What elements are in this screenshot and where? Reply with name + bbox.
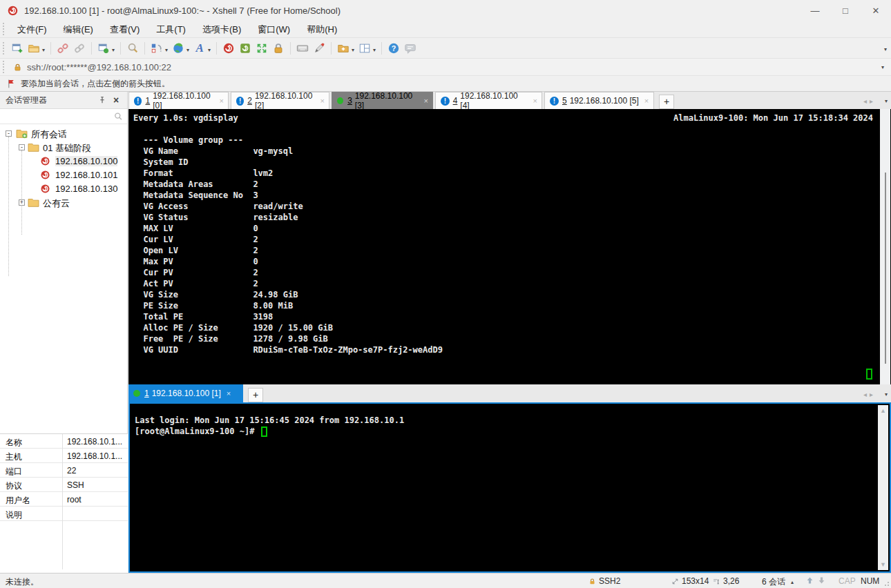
new-transfer-icon[interactable] — [335, 40, 352, 57]
menu-window[interactable]: 窗口(W) — [249, 21, 298, 38]
menu-help[interactable]: 帮助(H) — [298, 21, 345, 38]
tab-close-icon[interactable]: × — [227, 389, 231, 398]
tree-item-label[interactable]: 192.168.10.101 — [55, 170, 117, 180]
session-properties-table: 名称192.168.10.1... 主机192.168.10.1... 端口22… — [0, 433, 128, 573]
tree-item-session-101[interactable]: 192.168.10.101 — [0, 168, 127, 182]
toolbar-grip[interactable] — [3, 23, 6, 35]
terminal-top-pane[interactable]: Every 1.0s: vgdisplay AlmaLinux9-100: Mo… — [128, 109, 891, 384]
lock-screen-icon[interactable] — [270, 40, 287, 57]
menu-file[interactable]: 文件(F) — [9, 21, 55, 38]
close-button[interactable]: ✕ — [861, 0, 891, 21]
compose-pane-caret[interactable]: ▾ — [165, 47, 168, 53]
tab-session-2[interactable]: ! 2 192.168.10.100 [2] × — [231, 92, 329, 109]
table-row: 主机192.168.10.1... — [0, 449, 128, 463]
tree-item-label[interactable]: 192.168.10.100 — [55, 156, 117, 166]
menu-edit[interactable]: 编辑(E) — [55, 21, 102, 38]
tree-item-all-sessions[interactable]: - 所有会话 — [0, 127, 127, 141]
tree-item-session-100[interactable]: 192.168.10.100 — [0, 155, 127, 168]
session-properties-icon[interactable] — [95, 40, 112, 57]
bottom-terminal-scrollbar[interactable]: ▲ ▼ — [878, 405, 888, 570]
tree-item-folder-cloud[interactable]: + 公有云 — [0, 196, 127, 210]
find-icon[interactable] — [124, 40, 141, 57]
tab-session-5[interactable]: ! 5 192.168.10.100 [5] × — [544, 92, 654, 109]
tree-item-label[interactable]: 所有会话 — [31, 128, 67, 141]
alert-status-icon: ! — [134, 97, 142, 106]
tab-scroll-arrows[interactable]: ◂▸ — [863, 391, 876, 398]
window-resize-grip[interactable] — [888, 585, 889, 586]
tab-list-caret[interactable]: ▾ — [885, 391, 888, 398]
toolbar-grip[interactable] — [3, 61, 6, 73]
scroll-down-icon[interactable]: ▼ — [879, 561, 887, 568]
toolbar-separator — [50, 42, 51, 55]
protocol-indicator: SSH2 — [588, 576, 620, 586]
pin-icon[interactable] — [97, 95, 108, 106]
tab-close-icon[interactable]: × — [424, 97, 428, 105]
tree-item-folder-01[interactable]: - 01 基础阶段 — [0, 141, 127, 155]
arrow-up-icon[interactable] — [805, 576, 814, 585]
arrow-down-icon[interactable] — [817, 576, 826, 585]
menu-view[interactable]: 查看(V) — [102, 21, 148, 38]
web-browser-caret[interactable]: ▾ — [186, 47, 189, 53]
open-session-caret[interactable]: ▾ — [42, 47, 45, 53]
xftp-logo-icon[interactable] — [237, 40, 253, 57]
web-browser-icon[interactable] — [170, 40, 186, 57]
session-search-input[interactable] — [0, 109, 127, 124]
address-bar[interactable]: ssh://root:******@192.168.10.100:22 ▾ — [0, 59, 891, 76]
font-icon[interactable]: A — [191, 40, 208, 57]
compose-pane-icon[interactable] — [148, 40, 165, 57]
collapse-icon[interactable]: - — [6, 130, 12, 137]
new-transfer-caret[interactable]: ▾ — [352, 47, 354, 53]
tile-layout-icon[interactable] — [356, 40, 373, 57]
tree-item-label[interactable]: 01 基础阶段 — [43, 142, 91, 155]
menu-tools[interactable]: 工具(T) — [148, 21, 194, 38]
menu-tabs[interactable]: 选项卡(B) — [194, 21, 249, 38]
xshell-logo-icon[interactable] — [220, 40, 237, 57]
tab-session-0[interactable]: ! 1 192.168.10.100 [0] × — [128, 92, 229, 109]
tab-session-1-active[interactable]: 1 192.168.10.100 [1] × — [128, 384, 243, 402]
folder-icon — [28, 197, 39, 210]
terminal-bottom-pane[interactable]: Last login: Mon Jun 17 15:16:45 2024 fro… — [128, 402, 891, 573]
help-icon[interactable]: ? — [385, 40, 402, 57]
tree-item-session-130[interactable]: 192.168.10.130 — [0, 182, 127, 196]
new-tab-button[interactable]: + — [659, 95, 674, 109]
tab-session-3-active[interactable]: 3 192.168.10.100 [3] × — [332, 92, 433, 109]
toolbar-separator — [216, 42, 217, 55]
toolbar-grip[interactable] — [3, 42, 6, 55]
tab-close-icon[interactable]: × — [220, 97, 224, 105]
address-history-caret[interactable]: ▾ — [881, 64, 884, 70]
tab-label: 192.168.10.100 [5] — [570, 96, 639, 106]
tree-item-label[interactable]: 192.168.10.130 — [55, 184, 117, 194]
virtual-keyboard-icon[interactable] — [294, 40, 311, 57]
tile-layout-caret[interactable]: ▾ — [373, 47, 376, 53]
collapse-icon[interactable]: - — [19, 144, 25, 150]
scrollbar-thumb[interactable] — [885, 173, 886, 364]
open-session-icon[interactable] — [26, 40, 42, 57]
font-caret[interactable]: ▾ — [208, 47, 211, 53]
address-url[interactable]: ssh://root:******@192.168.10.100:22 — [27, 62, 171, 72]
session-count[interactable]: 6 会话▴ — [762, 576, 794, 588]
minimize-button[interactable]: — — [800, 0, 830, 21]
new-tab-button[interactable]: + — [248, 388, 263, 402]
expand-icon[interactable]: + — [19, 199, 25, 206]
session-tree: - 所有会话 - 01 基础阶段 192.168.10.100 — [0, 124, 127, 433]
pane-nav-arrows[interactable] — [805, 576, 826, 585]
toolbar-overflow-caret[interactable]: ▾ — [884, 46, 887, 52]
top-terminal-scrollbar[interactable] — [880, 109, 890, 384]
panel-close-icon[interactable]: × — [111, 95, 122, 106]
session-properties-caret[interactable]: ▾ — [112, 47, 115, 53]
tab-close-icon[interactable]: × — [533, 97, 537, 105]
highlight-pen-icon[interactable] — [311, 40, 327, 57]
xshell-window: 192.168.10.100 [1] - root@AlmaLinux9-100… — [0, 0, 891, 588]
tab-close-icon[interactable]: × — [644, 97, 649, 105]
scroll-up-icon[interactable]: ▲ — [879, 407, 887, 414]
new-session-icon[interactable] — [9, 40, 26, 57]
tab-session-4[interactable]: ! 4 192.168.10.100 [4] × — [435, 92, 542, 109]
tab-list-caret[interactable]: ▾ — [885, 98, 888, 104]
search-icon — [113, 112, 123, 121]
tree-item-label[interactable]: 公有云 — [43, 197, 70, 210]
tab-close-icon[interactable]: × — [320, 97, 325, 105]
flag-icon[interactable] — [7, 79, 17, 88]
fullscreen-icon[interactable] — [253, 40, 270, 57]
tab-scroll-arrows[interactable]: ◂▸ — [863, 97, 876, 105]
maximize-button[interactable]: □ — [830, 0, 861, 21]
